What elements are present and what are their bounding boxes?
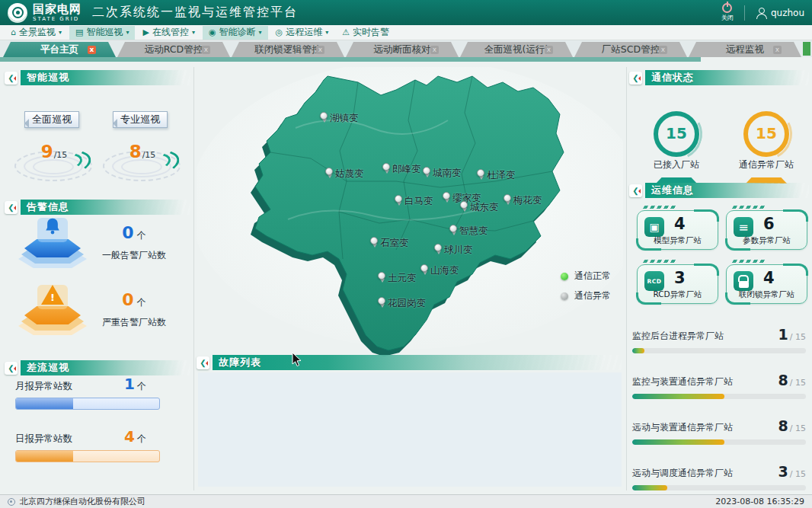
progress-row: 监控与装置通信异常厂站 8/ 15 [632, 372, 806, 399]
alarm-item: ! 0个 一般告警厂站数 [17, 215, 184, 270]
tab[interactable]: 远动RCD管控 x [117, 42, 230, 57]
progress-bar [15, 398, 160, 410]
pin-icon [370, 237, 378, 244]
tab-close-icon[interactable]: x [88, 46, 96, 54]
station-name: 城东变 [470, 201, 499, 214]
tab[interactable]: 联闭锁逻辑管控 x [232, 42, 344, 57]
section-header-comm: 通信状态 [629, 70, 809, 85]
diagnose-icon: ◉ [209, 28, 216, 37]
station-name: 城南变 [433, 167, 462, 180]
tab-close-icon[interactable]: x [773, 46, 782, 54]
ops-card[interactable]: 4 联闭锁异常厂站 [726, 264, 807, 304]
tab-scroll-indicator[interactable] [803, 42, 810, 56]
legend-row: 通信正常 [561, 270, 611, 283]
ops-card-label: 模型异常厂站 [638, 235, 718, 246]
station-name: 梅花变 [513, 194, 542, 207]
menu-item[interactable]: ▤ 智能巡视 ▾ [69, 26, 135, 40]
tab[interactable]: 平台主页 x [3, 42, 116, 57]
pin-icon [325, 168, 333, 175]
ops-card[interactable]: 6 参数异常厂站 [726, 210, 807, 250]
tab[interactable]: 全面巡视(运行) x [460, 42, 573, 57]
collapse-arrow-icon[interactable] [629, 72, 642, 85]
user-icon [756, 8, 766, 18]
section-title: 运维信息 [645, 183, 809, 198]
menu-item-label: 实时告警 [353, 26, 389, 39]
status-bar: 北京四方继保自动化股份有限公司 2023-08-08 16:35:29 [0, 494, 812, 508]
menu-item[interactable]: ◉ 智能诊断 ▾ [203, 26, 268, 40]
station-name: 花园岗变 [388, 297, 426, 310]
header-controls: 关闭 quzhou [721, 3, 804, 22]
progress-bar [632, 439, 806, 445]
tab-close-icon[interactable]: x [316, 46, 324, 54]
top-header: 国家电网 STATE GRID 二次系统统一监视与运维管控平台 关闭 quzho… [0, 0, 812, 25]
card-dashes-decoration [732, 206, 768, 209]
ring-gauge: 15 [743, 111, 789, 157]
tab-close-icon[interactable]: x [545, 46, 553, 54]
tab-close-icon[interactable]: x [202, 46, 210, 54]
mouse-cursor [292, 352, 302, 367]
pin-icon [378, 272, 385, 280]
column-separator-right [626, 67, 627, 490]
warning-triangle-icon: ! [17, 282, 88, 337]
tab-label: 全面巡视(运行) [484, 43, 549, 56]
diffflow-row: 月报异常站数 1个 [15, 375, 160, 410]
alarm-text: 0个 严重告警厂站数 [88, 290, 180, 329]
collapse-arrow-icon[interactable] [629, 184, 642, 197]
pin-icon [382, 163, 390, 171]
tab[interactable]: 厂站SCD管控 x [574, 42, 687, 57]
tab-close-icon[interactable]: x [659, 46, 667, 54]
station-name: 土元变 [388, 272, 417, 285]
tab[interactable]: 远程监视 x [689, 42, 801, 57]
ops-card-value: 4 [674, 215, 686, 233]
status-dot-icon [561, 273, 568, 280]
active-tab-band [0, 57, 701, 62]
chevron-down-icon: ▾ [126, 29, 129, 36]
station-name: 白马变 [404, 195, 433, 208]
ops-card[interactable]: 4 模型异常厂站 [637, 210, 718, 250]
station-name: 山海变 [430, 264, 459, 277]
collapse-arrow-icon[interactable] [5, 201, 18, 214]
collapse-arrow-icon[interactable] [5, 362, 18, 375]
collapse-arrow-icon[interactable] [5, 72, 18, 85]
menu-item-label: 智能巡视 [86, 26, 123, 39]
menu-bar: ⌂ 全景监视 ▾ ▤ 智能巡视 ▾ ▶ 在线管控 ▾ ◉ 智能诊断 ▾ ◎ 远程… [0, 25, 812, 40]
section-title: 智能巡视 [21, 70, 190, 85]
pin-icon [443, 192, 450, 200]
pin-icon [420, 264, 428, 272]
patrol-gauge-value: 9/15 [14, 142, 94, 161]
menu-item[interactable]: ◎ 远程运维 ▾ [270, 26, 335, 40]
brand-chinese: 国家电网 [33, 4, 82, 15]
menu-item-label: 在线管控 [152, 26, 189, 39]
brand-english: STATE GRID [33, 17, 82, 22]
menu-item[interactable]: ⌂ 全景监视 ▾ [5, 26, 68, 40]
patrol-gauge: 全面巡视 9/15 [14, 111, 94, 187]
home-icon: ⌂ [11, 28, 16, 37]
tab-close-icon[interactable]: x [430, 46, 439, 54]
tab-label: 厂站SCD管控 [602, 43, 660, 56]
comm-gauge: 15 已接入厂站 [637, 107, 716, 184]
tab-label: 联闭锁逻辑管控 [254, 43, 321, 56]
patrol-gauge-label: 专业巡视 [113, 111, 168, 128]
section-header-alarm: 告警信息 [5, 200, 190, 215]
menu-item[interactable]: ⚠ 实时告警 [336, 26, 398, 40]
tab-bar: 平台主页 x 远动RCD管控 x 联闭锁逻辑管控 x 远动断面核对 x 全面巡视… [0, 40, 812, 57]
progress-bar [632, 348, 806, 353]
ops-card[interactable]: 3 RCD异常厂站 [637, 264, 718, 304]
pin-icon [378, 297, 385, 305]
header-divider [744, 5, 745, 21]
chevron-down-icon: ▾ [259, 29, 262, 36]
pin-icon [423, 167, 430, 174]
close-button[interactable]: 关闭 [721, 3, 734, 22]
pin-icon [395, 195, 402, 203]
menu-item[interactable]: ▶ 在线管控 ▾ [136, 26, 200, 40]
tab[interactable]: 远动断面核对 x [346, 42, 459, 57]
card-dashes-decoration [732, 260, 768, 263]
alarm-text: 0个 一般告警厂站数 [88, 223, 180, 262]
comm-gauges: 15 已接入厂站 15 通信异常厂站 [637, 107, 806, 184]
lock-icon [734, 271, 753, 291]
user-menu[interactable]: quzhou [756, 8, 804, 18]
state-grid-logo [8, 3, 27, 23]
comm-legend: 通信正常 通信异常 [561, 270, 611, 302]
play-icon: ▶ [142, 28, 149, 37]
collapse-arrow-icon[interactable] [197, 356, 209, 369]
